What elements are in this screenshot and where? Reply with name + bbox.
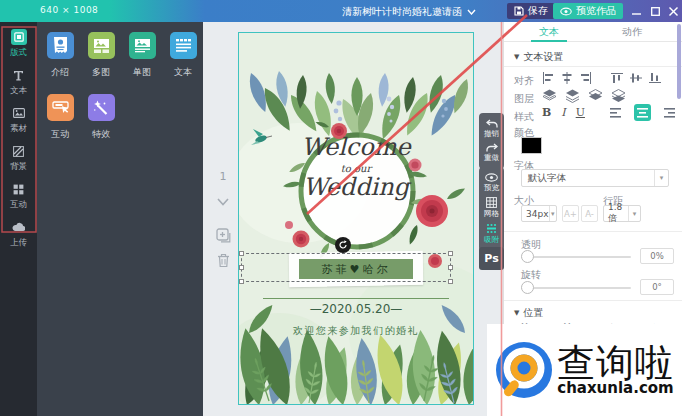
opacity-slider-knob[interactable] xyxy=(521,250,534,263)
font-select-value: 默认字体 xyxy=(528,172,566,185)
ps-import-button[interactable]: Ps xyxy=(479,247,504,270)
ps-label: Ps xyxy=(484,252,498,265)
panel-scrollbar[interactable] xyxy=(677,24,681,99)
selection-handle-br[interactable] xyxy=(448,279,453,284)
category-tile-single-image[interactable]: 单图 xyxy=(126,32,158,79)
text-settings-header[interactable]: ▼ 文本设置 xyxy=(514,50,563,64)
redo-button[interactable]: 重做 xyxy=(484,143,499,163)
sidebar-item-material[interactable]: 素材 xyxy=(0,105,37,135)
underline-button[interactable]: U xyxy=(576,106,585,119)
rotate-slider[interactable] xyxy=(521,281,631,295)
sidebar-item-interactive[interactable]: 互动 xyxy=(0,181,37,211)
sidebar-item-text[interactable]: 文本 xyxy=(0,67,37,97)
text-block-icon xyxy=(170,32,197,59)
undo-label: 撤销 xyxy=(484,129,499,139)
category-tile-text[interactable]: 文本 xyxy=(167,32,199,79)
multi-image-icon xyxy=(88,32,115,59)
send-to-back-icon[interactable] xyxy=(611,89,626,103)
text-align-center-button[interactable] xyxy=(634,104,651,121)
delete-page-button[interactable] xyxy=(217,253,230,272)
text-align-left-button[interactable] xyxy=(607,104,624,121)
image-icon xyxy=(11,105,27,121)
sidebar-item-label: 版式 xyxy=(10,47,27,59)
grid-blocks-icon xyxy=(11,181,27,197)
invitation-greeting-text[interactable]: 欢迎您来参加我们的婚礼 xyxy=(239,324,473,338)
tab-action[interactable]: 动作 xyxy=(622,22,642,42)
align-top-icon[interactable] xyxy=(611,72,623,84)
font-increase-button[interactable]: A+ xyxy=(562,205,579,222)
sidebar-item-label: 上传 xyxy=(10,237,27,249)
category-tile-label: 介绍 xyxy=(51,66,69,79)
font-decrease-button[interactable]: A- xyxy=(581,205,598,222)
selection-box[interactable] xyxy=(241,253,451,282)
document-title[interactable]: 清新树叶计时尚婚礼邀请函 xyxy=(342,5,476,19)
sidebar-item-layout[interactable]: 版式 xyxy=(0,29,37,59)
titlebar: 640 × 1008 清新树叶计时尚婚礼邀请函 保存 预览作品 xyxy=(0,0,682,22)
preview-button[interactable]: 预览 xyxy=(484,173,499,193)
category-tile-effects[interactable]: 特效 xyxy=(85,94,117,141)
document-title-text: 清新树叶计时尚婚礼邀请函 xyxy=(342,5,462,19)
chaxunla-logo-icon xyxy=(493,339,555,401)
category-tile-label: 单图 xyxy=(133,66,151,79)
minimize-button[interactable] xyxy=(630,5,642,17)
save-button-label: 保存 xyxy=(528,4,548,18)
opacity-value: 0% xyxy=(640,248,674,264)
send-backward-icon[interactable] xyxy=(588,89,603,103)
category-tile-label: 多图 xyxy=(92,66,110,79)
align-right-icon[interactable] xyxy=(580,72,592,84)
caret-down-icon: ▾ xyxy=(549,206,557,221)
bold-button[interactable]: B xyxy=(542,106,551,119)
undo-icon xyxy=(486,119,498,128)
next-page-button[interactable] xyxy=(217,191,229,210)
font-select[interactable]: 默认字体 ▾ xyxy=(521,169,669,187)
line-height-select[interactable]: 1.8倍 ▾ xyxy=(603,205,641,222)
save-button[interactable]: 保存 xyxy=(507,3,555,19)
category-tile-interactive[interactable]: 互动 xyxy=(44,94,76,141)
align-center-h-icon[interactable] xyxy=(561,72,573,84)
undo-button[interactable]: 撤销 xyxy=(484,119,499,139)
close-button[interactable] xyxy=(667,5,679,17)
category-tile-multi-image[interactable]: 多图 xyxy=(85,32,117,79)
style-label: 样式 xyxy=(514,110,534,124)
snap-button[interactable]: 吸附 xyxy=(484,223,499,245)
selection-handle-bl[interactable] xyxy=(239,279,244,284)
caret-down-icon: ▾ xyxy=(628,206,640,221)
align-bottom-icon[interactable] xyxy=(649,72,661,84)
design-canvas[interactable]: Welcome to our Wedding 苏菲♥哈尔 —2020.05.20… xyxy=(238,32,474,405)
text-align-right-button[interactable] xyxy=(661,104,678,121)
italic-button[interactable]: I xyxy=(561,106,565,119)
category-tile-label: 互动 xyxy=(51,128,69,141)
collapse-triangle-icon: ▼ xyxy=(514,309,519,317)
chevron-down-icon xyxy=(217,198,229,206)
grid-button[interactable]: 网格 xyxy=(484,197,499,219)
rotate-slider-track[interactable] xyxy=(521,287,631,289)
add-page-button[interactable] xyxy=(216,228,231,247)
invitation-artwork xyxy=(239,33,474,405)
sidebar-item-upload[interactable]: 上传 xyxy=(0,219,37,249)
page-number: 1 xyxy=(220,170,227,183)
font-size-value: 34px xyxy=(526,209,549,219)
selection-handle-ml[interactable] xyxy=(239,265,244,270)
opacity-slider-track[interactable] xyxy=(521,256,631,258)
align-middle-v-icon[interactable] xyxy=(630,72,642,84)
category-tile-intro[interactable]: 介绍 xyxy=(44,32,76,79)
tab-text[interactable]: 文本 xyxy=(539,22,559,42)
bring-to-front-icon[interactable] xyxy=(542,89,557,103)
align-left-icon[interactable] xyxy=(542,72,554,84)
preview-work-button[interactable]: 预览作品 xyxy=(553,3,623,19)
opacity-slider[interactable] xyxy=(521,250,631,264)
font-size-select[interactable]: 34px ▾ xyxy=(521,205,557,222)
text-color-swatch[interactable] xyxy=(521,137,542,154)
sidebar: 版式 文本 素材 背景 互动 上传 xyxy=(0,22,37,416)
snap-icon xyxy=(486,223,497,234)
rotate-slider-knob[interactable] xyxy=(521,281,534,294)
rotate-handle[interactable] xyxy=(335,237,351,253)
bring-forward-icon[interactable] xyxy=(565,89,580,103)
sidebar-item-background[interactable]: 背景 xyxy=(0,143,37,173)
invitation-date-text[interactable]: —2020.05.20— xyxy=(239,302,473,316)
selection-handle-mr[interactable] xyxy=(448,265,453,270)
maximize-button[interactable] xyxy=(649,5,661,17)
selection-handle-tr[interactable] xyxy=(448,251,453,256)
position-header[interactable]: ▼ 位置 xyxy=(514,306,543,320)
selection-handle-tl[interactable] xyxy=(239,251,244,256)
